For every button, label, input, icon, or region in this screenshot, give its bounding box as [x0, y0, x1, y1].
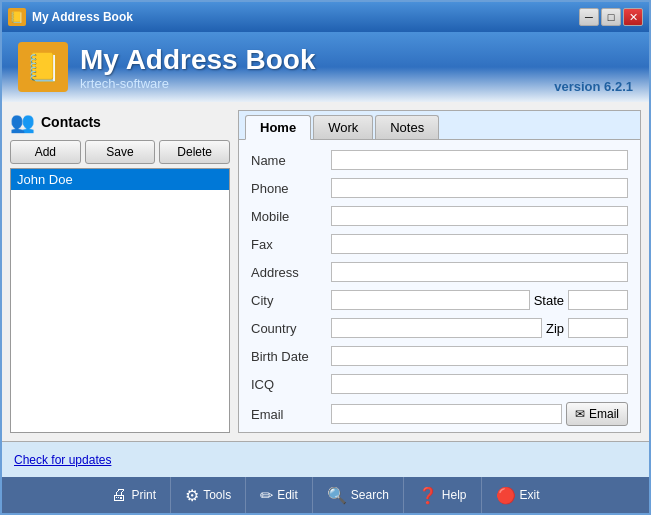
- help-icon: ❓: [418, 486, 438, 505]
- help-tool-item[interactable]: ❓ Help: [404, 477, 482, 513]
- app-header: 📒 My Address Book krtech-software versio…: [2, 32, 649, 102]
- country-zip-row: Country Zip: [251, 318, 628, 338]
- header-title: My Address Book: [80, 44, 315, 76]
- icq-input[interactable]: [331, 374, 628, 394]
- right-panel: Home Work Notes Name Phone Mobile: [238, 110, 641, 433]
- address-label: Address: [251, 265, 331, 280]
- country-label: Country: [251, 321, 331, 336]
- toolbar: 🖨 Print ⚙ Tools ✏ Edit 🔍 Search ❓ Help 🔴…: [2, 477, 649, 513]
- tools-tool-item[interactable]: ⚙ Tools: [171, 477, 246, 513]
- zip-input[interactable]: [568, 318, 628, 338]
- status-bar: Check for updates: [2, 441, 649, 477]
- name-label: Name: [251, 153, 331, 168]
- contact-item[interactable]: John Doe: [11, 169, 229, 190]
- delete-contact-button[interactable]: Delete: [159, 140, 230, 164]
- city-state-row: City State: [251, 290, 628, 310]
- icq-label: ICQ: [251, 377, 331, 392]
- exit-label: Exit: [520, 488, 540, 502]
- search-tool-item[interactable]: 🔍 Search: [313, 477, 404, 513]
- tools-label: Tools: [203, 488, 231, 502]
- main-window: 📒 My Address Book ─ □ ✕ 📒 My Address Boo…: [0, 0, 651, 515]
- app-title-icon: 📒: [8, 8, 26, 26]
- add-contact-button[interactable]: Add: [10, 140, 81, 164]
- phone-input[interactable]: [331, 178, 628, 198]
- tab-home[interactable]: Home: [245, 115, 311, 140]
- close-button[interactable]: ✕: [623, 8, 643, 26]
- email-input[interactable]: [331, 404, 562, 424]
- contacts-panel: 👥 Contacts Add Save Delete John Doe: [10, 110, 230, 433]
- mobile-label: Mobile: [251, 209, 331, 224]
- contacts-label: Contacts: [41, 114, 101, 130]
- email-row: Email ✉ Email: [251, 402, 628, 426]
- edit-icon: ✏: [260, 486, 273, 505]
- title-bar-controls: ─ □ ✕: [579, 8, 643, 26]
- fax-input[interactable]: [331, 234, 628, 254]
- contacts-list[interactable]: John Doe: [10, 168, 230, 433]
- exit-tool-item[interactable]: 🔴 Exit: [482, 477, 554, 513]
- name-row: Name: [251, 150, 628, 170]
- birthdate-label: Birth Date: [251, 349, 331, 364]
- tabs-bar: Home Work Notes: [239, 111, 640, 140]
- phone-row: Phone: [251, 178, 628, 198]
- state-label: State: [534, 293, 564, 308]
- contacts-icon: 👥: [10, 110, 35, 134]
- email-button[interactable]: ✉ Email: [566, 402, 628, 426]
- print-icon: 🖨: [111, 486, 127, 504]
- phone-label: Phone: [251, 181, 331, 196]
- address-input[interactable]: [331, 262, 628, 282]
- country-input[interactable]: [331, 318, 542, 338]
- header-title-group: My Address Book krtech-software: [80, 44, 315, 91]
- header-subtitle: krtech-software: [80, 76, 315, 91]
- minimize-button[interactable]: ─: [579, 8, 599, 26]
- edit-label: Edit: [277, 488, 298, 502]
- city-input[interactable]: [331, 290, 530, 310]
- main-content: 👥 Contacts Add Save Delete John Doe Home…: [2, 102, 649, 441]
- icq-row: ICQ: [251, 374, 628, 394]
- contacts-buttons: Add Save Delete: [10, 140, 230, 164]
- state-input[interactable]: [568, 290, 628, 310]
- exit-icon: 🔴: [496, 486, 516, 505]
- tools-icon: ⚙: [185, 486, 199, 505]
- mobile-input[interactable]: [331, 206, 628, 226]
- fax-row: Fax: [251, 234, 628, 254]
- city-label: City: [251, 293, 331, 308]
- tab-notes[interactable]: Notes: [375, 115, 439, 139]
- edit-tool-item[interactable]: ✏ Edit: [246, 477, 313, 513]
- header-app-icon: 📒: [18, 42, 68, 92]
- contacts-header: 👥 Contacts: [10, 110, 230, 134]
- title-bar-text: My Address Book: [32, 10, 133, 24]
- mobile-row: Mobile: [251, 206, 628, 226]
- birthdate-input[interactable]: [331, 346, 628, 366]
- help-label: Help: [442, 488, 467, 502]
- address-row: Address: [251, 262, 628, 282]
- zip-label: Zip: [546, 321, 564, 336]
- email-label: Email: [251, 407, 331, 422]
- fax-label: Fax: [251, 237, 331, 252]
- birthdate-row: Birth Date: [251, 346, 628, 366]
- print-tool-item[interactable]: 🖨 Print: [97, 477, 171, 513]
- email-btn-label: Email: [589, 407, 619, 421]
- name-input[interactable]: [331, 150, 628, 170]
- print-label: Print: [131, 488, 156, 502]
- tab-work[interactable]: Work: [313, 115, 373, 139]
- header-version: version 6.2.1: [554, 79, 633, 94]
- maximize-button[interactable]: □: [601, 8, 621, 26]
- save-contact-button[interactable]: Save: [85, 140, 156, 164]
- check-updates-link[interactable]: Check for updates: [14, 453, 637, 467]
- title-bar: 📒 My Address Book ─ □ ✕: [2, 2, 649, 32]
- email-btn-icon: ✉: [575, 407, 585, 421]
- search-label: Search: [351, 488, 389, 502]
- title-bar-left: 📒 My Address Book: [8, 8, 133, 26]
- search-icon: 🔍: [327, 486, 347, 505]
- home-form: Name Phone Mobile Fax Address: [239, 140, 640, 432]
